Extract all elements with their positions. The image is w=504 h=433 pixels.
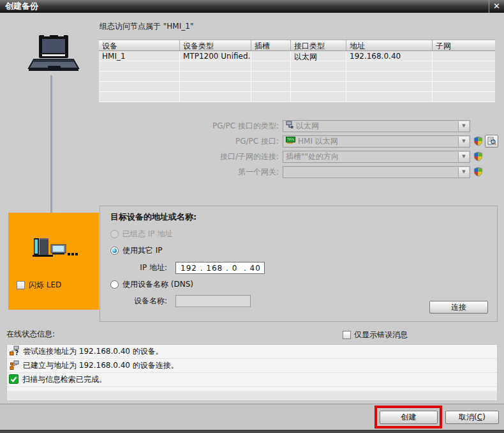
connection-line (50, 75, 52, 229)
table-row[interactable]: HMI_1 MTP1200 Unified... 以太网 192.168.0.4… (99, 51, 495, 61)
other-ip-option: 使用其它 IP (110, 245, 163, 256)
ethernet-plug-icon (286, 121, 293, 131)
table-header-row: 设备 设备类型 插槽 接口类型 地址 子网 (99, 40, 495, 51)
cell-interface-type: 以太网 (291, 51, 346, 61)
cell-address: 192.168.0.40 (346, 51, 433, 61)
cell-slot (251, 51, 291, 61)
ip-address-input[interactable] (175, 262, 265, 274)
browse-interfaces-button[interactable] (485, 135, 498, 148)
column-header-interface-type[interactable]: 接口类型 (291, 40, 346, 50)
configured-ip-option: 已组态 IP 地址 (110, 229, 172, 239)
chevron-down-icon[interactable]: ▼ (458, 152, 469, 162)
status-message-row[interactable]: 扫描与信息检索已完成。 (7, 373, 497, 387)
errors-only-option: 仅显示错误消息 (343, 330, 408, 340)
chevron-down-icon[interactable]: ▼ (458, 137, 469, 146)
network-card-icon (286, 137, 295, 146)
table-empty-row (99, 92, 495, 102)
target-section-title: 目标设备的地址或名称: (110, 211, 196, 223)
pgpc-interface-value: HMI 以太网 (298, 136, 338, 147)
bottom-edge-bar (0, 430, 504, 433)
errors-only-label: 仅显示错误消息 (354, 330, 408, 340)
shield-icon (473, 136, 483, 146)
subnet-connection-value: 插槽""处的方向 (286, 151, 339, 162)
cancel-button[interactable]: 取消(C) (445, 411, 499, 424)
device-name-row: 设备名称: (110, 295, 251, 307)
column-header-slot[interactable]: 插槽 (251, 40, 291, 50)
pgpc-interface-type-value: 以太网 (296, 121, 319, 132)
table-empty-row (99, 61, 495, 72)
cell-subnet (433, 51, 495, 61)
column-header-device[interactable]: 设备 (99, 40, 180, 50)
ip-address-row: IP 地址: (110, 262, 265, 274)
device-name-option-label: 使用设备名称 (DNS) (122, 279, 193, 290)
subnet-connection-row: 接口/子网的连接: 插槽""处的方向 ▼ (147, 150, 483, 163)
pgpc-interface-select[interactable]: HMI 以太网 ▼ (283, 135, 470, 148)
create-button[interactable]: 创建 (380, 411, 438, 424)
errors-only-checkbox[interactable] (343, 331, 351, 339)
pgpc-interface-row: PG/PC 接口: HMI 以太网 ▼ (147, 135, 498, 148)
device-name-option: 使用设备名称 (DNS) (110, 279, 193, 290)
scan-complete-icon (9, 374, 19, 386)
flash-led-label: 闪烁 LED (29, 280, 61, 291)
online-status-label: 在线状态信息: (6, 329, 55, 340)
target-device-panel: 闪烁 LED (8, 213, 99, 310)
configured-ip-radio[interactable] (110, 230, 119, 238)
dialog-title: 创建备份 (5, 1, 38, 11)
flash-led-checkbox[interactable] (17, 281, 25, 289)
target-address-section: 目标设备的地址或名称: 已组态 IP 地址 使用其它 IP IP 地址: 使用设… (100, 206, 498, 322)
svg-text:?: ? (15, 349, 19, 356)
chevron-down-icon[interactable]: ▼ (458, 167, 469, 177)
create-backup-dialog: 创建备份 ✕ 组态访问节点属于 "HMI_1" 设备 设备类型 插槽 接口类型 … (0, 0, 504, 433)
device-name-label: 设备名称: (110, 296, 172, 307)
cell-device-type: MTP1200 Unified... (180, 51, 251, 61)
other-ip-label: 使用其它 IP (122, 245, 163, 256)
column-header-device-type[interactable]: 设备类型 (180, 40, 251, 50)
column-header-subnet[interactable]: 子网 (433, 40, 495, 50)
table-empty-row (99, 72, 495, 82)
device-name-input[interactable] (175, 295, 251, 307)
message-list-footer (7, 391, 497, 400)
first-gateway-label: 第一个网关: (147, 167, 283, 178)
access-nodes-caption: 组态访问节点属于 "HMI_1" (100, 21, 193, 32)
table-empty-row (99, 82, 495, 92)
subnet-connection-label: 接口/子网的连接: (147, 151, 283, 162)
access-nodes-table: 设备 设备类型 插槽 接口类型 地址 子网 HMI_1 MTP1200 Unif… (99, 40, 495, 102)
configured-ip-label: 已组态 IP 地址 (122, 229, 172, 239)
pgpc-interface-type-select[interactable]: 以太网 ▼ (283, 120, 470, 132)
laptop-icon (24, 34, 82, 78)
title-bar: 创建备份 ✕ (0, 0, 504, 13)
status-message-text: 尝试连接地址为 192.168.0.40 的设备。 (23, 346, 163, 357)
hmi-device-icon (33, 237, 84, 259)
connect-attempt-icon: ? (9, 346, 19, 358)
ip-address-label: IP 地址: (110, 262, 172, 273)
pgpc-interface-type-row: PG/PC 接口的类型: 以太网 ▼ (147, 119, 470, 132)
first-gateway-row: 第一个网关: ▼ (147, 165, 483, 178)
device-name-radio[interactable] (110, 280, 119, 289)
shield-icon (473, 151, 483, 162)
connect-button[interactable]: 连接 (429, 301, 488, 314)
status-message-row[interactable]: ? 尝试连接地址为 192.168.0.40 的设备。 (7, 345, 497, 359)
pgpc-interface-label: PG/PC 接口: (147, 136, 283, 147)
first-gateway-select[interactable]: ▼ (283, 166, 470, 178)
cell-device: HMI_1 (99, 51, 180, 61)
status-message-row[interactable]: 已建立与地址为 192.168.0.40 的设备连接。 (7, 359, 497, 373)
column-header-address[interactable]: 地址 (346, 40, 433, 50)
close-icon[interactable]: ✕ (489, 0, 504, 13)
subnet-connection-select[interactable]: 插槽""处的方向 ▼ (283, 151, 470, 163)
flash-led-option: 闪烁 LED (17, 280, 61, 291)
chevron-down-icon[interactable]: ▼ (458, 121, 469, 131)
shield-icon (473, 167, 483, 177)
other-ip-radio[interactable] (110, 247, 119, 255)
pgpc-interface-type-label: PG/PC 接口的类型: (147, 121, 283, 132)
status-message-list: ? 尝试连接地址为 192.168.0.40 的设备。 已建立与地址为 192.… (6, 344, 498, 401)
connection-established-icon (9, 360, 19, 372)
status-message-text: 已建立与地址为 192.168.0.40 的设备连接。 (23, 360, 179, 371)
status-message-text: 扫描与信息检索已完成。 (22, 374, 107, 385)
